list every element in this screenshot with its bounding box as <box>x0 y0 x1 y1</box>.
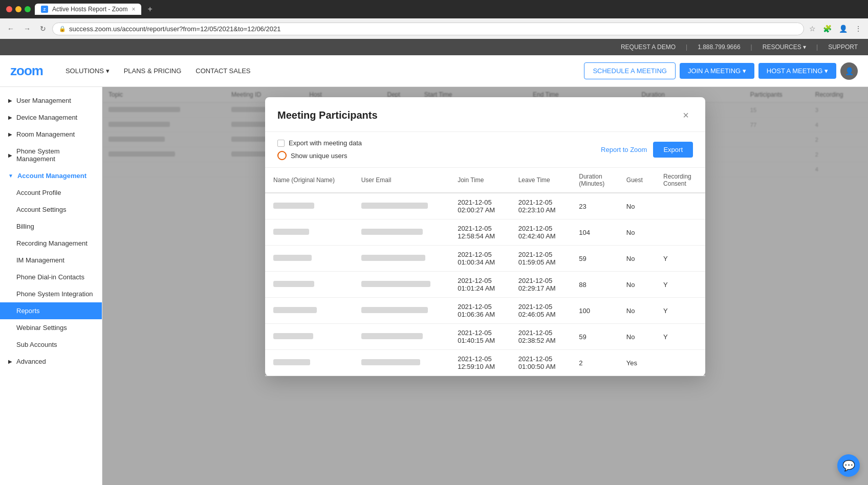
modal-toolbar: Export with meeting data Show unique use… <box>265 132 705 168</box>
sidebar-item-recording-management[interactable]: Recording Management <box>0 235 102 252</box>
zoom-logo[interactable]: zoom <box>10 63 43 79</box>
phone-link[interactable]: 1.888.799.9666 <box>698 43 740 51</box>
browser-chrome: Z Active Hosts Report - Zoom × + ← → ↻ 🔒… <box>0 0 868 39</box>
cell-duration: 100 <box>571 298 618 324</box>
account-button[interactable]: 👤 <box>837 23 850 35</box>
table-row: 2021-12-0501:00:34 AM 2021-12-0501:59:05… <box>265 246 705 272</box>
sidebar-item-sub-accounts[interactable]: Sub Accounts <box>0 336 102 353</box>
sidebar-item-phone-integration[interactable]: Phone System Integration <box>0 285 102 302</box>
cell-guest: No <box>618 193 655 219</box>
table-row: 2021-12-0512:58:54 AM 2021-12-0502:42:40… <box>265 219 705 246</box>
cell-leave-time: 2021-12-0501:00:50 AM <box>510 350 571 376</box>
sidebar-item-account-profile[interactable]: Account Profile <box>0 184 102 201</box>
chevron-right-icon: ▶ <box>8 359 12 364</box>
sidebar-item-device-management[interactable]: ▶ Device Management <box>0 109 102 126</box>
col-duration: Duration(Minutes) <box>571 168 618 193</box>
cell-join-time: 2021-12-0502:00:27 AM <box>449 193 510 219</box>
sidebar-item-im-management[interactable]: IM Management <box>0 252 102 269</box>
extensions-button[interactable]: 🧩 <box>821 23 834 35</box>
cell-guest: No <box>618 272 655 298</box>
sidebar-label: Room Management <box>16 130 75 138</box>
request-demo-link[interactable]: REQUEST A DEMO <box>621 43 676 51</box>
sidebar-item-advanced[interactable]: ▶ Advanced <box>0 353 102 370</box>
cell-name <box>265 246 353 272</box>
schedule-meeting-button[interactable]: SCHEDULE A MEETING <box>584 62 675 79</box>
chevron-down-icon: ▼ <box>8 173 13 179</box>
tab-close-button[interactable]: × <box>132 6 135 13</box>
address-bar[interactable]: 🔒 success.zoom.us/account/report/user?fr… <box>52 23 804 35</box>
chevron-right-icon: ▶ <box>8 152 12 158</box>
menu-button[interactable]: ⋮ <box>853 23 864 35</box>
forward-button[interactable]: → <box>20 23 34 35</box>
export-button[interactable]: Export <box>653 142 693 158</box>
table-row: 2021-12-0502:00:27 AM 2021-12-0502:23:10… <box>265 193 705 219</box>
cell-email <box>353 324 450 350</box>
sidebar-item-account-settings[interactable]: Account Settings <box>0 201 102 218</box>
cell-name <box>265 219 353 246</box>
cell-recording-consent: Y <box>655 272 705 298</box>
cell-recording-consent: Y <box>655 324 705 350</box>
sidebar-item-phone-system[interactable]: ▶ Phone System Management <box>0 143 102 167</box>
chat-bubble-button[interactable]: 💬 <box>837 454 860 477</box>
cell-name <box>265 272 353 298</box>
nav-contact[interactable]: CONTACT SALES <box>188 63 257 79</box>
sidebar-item-webinar-settings[interactable]: Webinar Settings <box>0 319 102 336</box>
show-unique-users-checkbox[interactable] <box>277 151 287 160</box>
host-meeting-button[interactable]: HOST A MEETING ▾ <box>758 63 836 79</box>
cell-join-time: 2021-12-0512:58:54 AM <box>449 219 510 246</box>
nav-solutions[interactable]: SOLUTIONS ▾ <box>58 63 117 79</box>
show-unique-users-row: Show unique users <box>277 151 362 160</box>
export-with-data-label: Export with meeting data <box>289 139 362 147</box>
cell-recording-consent <box>655 219 705 246</box>
sidebar-item-room-management[interactable]: ▶ Room Management <box>0 126 102 143</box>
nav-plans[interactable]: PLANS & PRICING <box>117 63 189 79</box>
address-text: success.zoom.us/account/report/user?from… <box>69 25 280 33</box>
sidebar-item-reports[interactable]: Reports <box>0 302 102 319</box>
join-meeting-button[interactable]: JOIN A MEETING ▾ <box>680 63 754 79</box>
sidebar-label: Phone System Management <box>16 147 94 163</box>
modal-close-button[interactable]: × <box>679 107 693 123</box>
support-link[interactable]: SUPPORT <box>828 43 858 51</box>
cell-recording-consent <box>655 350 705 376</box>
user-avatar[interactable]: 👤 <box>840 62 858 80</box>
cell-guest: No <box>618 324 655 350</box>
bookmark-button[interactable]: ☆ <box>807 23 818 35</box>
sidebar-label: Advanced <box>16 358 46 365</box>
export-with-data-row: Export with meeting data <box>277 139 362 147</box>
cell-leave-time: 2021-12-0502:42:40 AM <box>510 219 571 246</box>
refresh-button[interactable]: ↻ <box>37 23 49 35</box>
resources-link[interactable]: RESOURCES ▾ <box>763 43 806 51</box>
table-row: 2021-12-0512:59:10 AM 2021-12-0501:00:50… <box>265 350 705 376</box>
col-recording-consent: RecordingConsent <box>655 168 705 193</box>
participants-table: Name (Original Name) User Email Join Tim… <box>265 168 705 376</box>
cell-name <box>265 324 353 350</box>
modal-overlay: Meeting Participants × Export with meeti… <box>102 87 868 485</box>
new-tab-button[interactable]: + <box>147 5 152 14</box>
sidebar-label: Device Management <box>16 114 77 121</box>
back-button[interactable]: ← <box>4 23 17 35</box>
sidebar-item-billing[interactable]: Billing <box>0 218 102 235</box>
close-window-button[interactable] <box>6 6 12 12</box>
sidebar-item-account-management[interactable]: ▼ Account Management <box>0 167 102 184</box>
cell-email <box>353 298 450 324</box>
cell-recording-consent <box>655 193 705 219</box>
sidebar-label: Webinar Settings <box>16 324 67 332</box>
export-with-data-checkbox[interactable] <box>277 140 285 147</box>
sidebar: ▶ User Management ▶ Device Management ▶ … <box>0 87 102 485</box>
cell-leave-time: 2021-12-0502:23:10 AM <box>510 193 571 219</box>
sidebar-item-phone-dialin[interactable]: Phone Dial-in Contacts <box>0 269 102 285</box>
browser-tab[interactable]: Z Active Hosts Report - Zoom × <box>35 4 141 15</box>
chevron-right-icon: ▶ <box>8 98 12 103</box>
maximize-window-button[interactable] <box>25 6 31 12</box>
tab-favicon: Z <box>41 6 48 13</box>
modal-checkboxes: Export with meeting data Show unique use… <box>277 139 362 160</box>
cell-leave-time: 2021-12-0502:46:05 AM <box>510 298 571 324</box>
cell-recording-consent: Y <box>655 298 705 324</box>
main-content: TopicMeeting IDHostDept Start TimeEnd Ti… <box>102 87 868 485</box>
sidebar-label: Account Settings <box>16 206 67 213</box>
top-links-bar: REQUEST A DEMO | 1.888.799.9666 | RESOUR… <box>0 39 868 55</box>
report-to-zoom-link[interactable]: Report to Zoom <box>601 146 647 153</box>
minimize-window-button[interactable] <box>15 6 21 12</box>
zoom-nav-links: SOLUTIONS ▾ PLANS & PRICING CONTACT SALE… <box>58 63 584 79</box>
sidebar-item-user-management[interactable]: ▶ User Management <box>0 92 102 109</box>
